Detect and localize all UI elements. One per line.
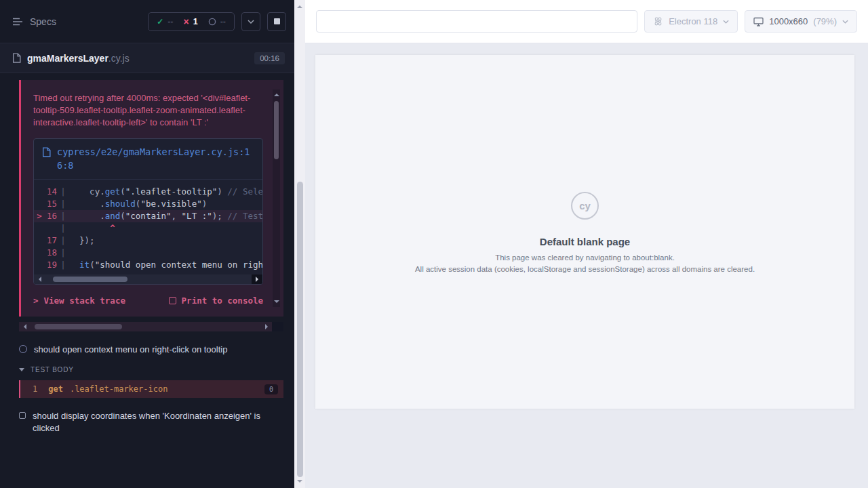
reporter-horizontal-scrollbar[interactable] <box>19 322 283 331</box>
console-icon <box>169 297 176 304</box>
runner-panel: Electron 118 1000x660 (79%) cy <box>305 0 868 488</box>
spec-duration: 00:16 <box>254 52 285 64</box>
aut-stage: cy Default blank page This page was clea… <box>305 43 868 488</box>
scroll-right-icon[interactable] <box>261 322 272 331</box>
chevron-down-icon <box>842 20 848 24</box>
test-title: should display coordinates when 'Koordin… <box>33 410 270 434</box>
code-frame-file-path: cypress/e2e/gmaMarkersLayer.cy.js:16:8 <box>57 146 254 172</box>
chevron-right-icon: > <box>33 296 39 306</box>
print-to-console-link[interactable]: Print to console <box>169 296 263 306</box>
square-icon <box>19 412 26 419</box>
pending-icon <box>208 18 216 26</box>
scroll-left-icon[interactable] <box>19 322 30 331</box>
viewport-size: 1000x660 <box>769 16 808 26</box>
spinner-icon <box>19 345 27 353</box>
passed-icon: ✓ <box>157 17 163 26</box>
error-message: Timed out retrying after 4000ms: expecte… <box>33 92 260 129</box>
test-item-pending[interactable]: should display coordinates when 'Koordin… <box>0 410 294 434</box>
command-log-entry[interactable]: 1 get .leaflet-marker-icon 0 <box>19 380 283 398</box>
scroll-down-icon[interactable] <box>274 300 279 306</box>
reporter-panel-scrollbar[interactable] <box>294 0 305 488</box>
viewport-scale: (79%) <box>813 16 837 26</box>
app-root: Specs ✓ -- × 1 -- <box>0 0 868 488</box>
spec-name-base: gmaMarkersLayer <box>27 53 108 64</box>
scroll-up-icon[interactable] <box>274 91 279 96</box>
spec-name[interactable]: gmaMarkersLayer.cy.js <box>27 53 130 64</box>
scroll-up-icon[interactable] <box>297 3 302 8</box>
command-args: .leaflet-marker-icon <box>70 384 168 394</box>
code-line: 17| }); <box>34 235 262 247</box>
aut-header: Electron 118 1000x660 (79%) <box>305 0 868 43</box>
reporter-panel: Specs ✓ -- × 1 -- <box>0 0 294 488</box>
electron-browser-icon <box>653 16 663 26</box>
code-line: 18| <box>34 247 262 259</box>
spec-file-icon <box>12 53 21 63</box>
command-number: 1 <box>20 384 37 394</box>
stat-pending: -- <box>208 17 226 26</box>
pending-count: -- <box>220 17 226 26</box>
blank-page-message-2: All active session data (cookies, localS… <box>415 265 755 273</box>
reporter-hscroll-thumb[interactable] <box>35 324 123 329</box>
print-to-console-label: Print to console <box>182 296 263 306</box>
code-frame: cypress/e2e/gmaMarkersLayer.cy.js:16:8 1… <box>33 138 263 285</box>
spec-header: gmaMarkersLayer.cy.js 00:16 <box>0 43 294 73</box>
command-method: get <box>48 384 63 394</box>
failed-icon: × <box>184 18 189 26</box>
stop-icon <box>274 18 280 24</box>
stat-passed: ✓ -- <box>157 17 173 26</box>
test-body-section[interactable]: TEST BODY <box>0 366 294 373</box>
test-stats: ✓ -- × 1 -- <box>148 12 235 31</box>
browser-label: Electron 118 <box>669 16 717 26</box>
stat-failed: × 1 <box>184 17 198 26</box>
code-line: 14| cy.get(".leaflet-tooltip") // Sele <box>34 186 262 198</box>
scroll-right-icon[interactable] <box>252 274 262 284</box>
viewport-selector[interactable]: 1000x660 (79%) <box>745 10 857 33</box>
collapse-tests-button[interactable] <box>241 12 260 31</box>
scroll-left-icon[interactable] <box>34 274 45 284</box>
browser-selector[interactable]: Electron 118 <box>644 10 738 33</box>
url-input[interactable] <box>316 10 637 33</box>
code-frame-file-link[interactable]: cypress/e2e/gmaMarkersLayer.cy.js:16:8 <box>34 139 262 180</box>
error-vertical-scrollbar[interactable] <box>273 89 280 307</box>
cypress-logo-text: cy <box>579 200 591 211</box>
specs-menu-icon[interactable] <box>12 17 23 26</box>
test-title: should open context menu on right-click … <box>34 344 227 356</box>
stop-button[interactable] <box>267 12 286 31</box>
failed-count: 1 <box>193 17 198 26</box>
error-panel: Timed out retrying after 4000ms: expecte… <box>19 80 283 317</box>
error-vscroll-thumb[interactable] <box>274 101 279 159</box>
code-lines: 14| cy.get(".leaflet-tooltip") // Sele15… <box>34 180 262 274</box>
reporter-scrollbar-thumb[interactable] <box>297 182 303 477</box>
blank-page-title: Default blank page <box>540 236 630 247</box>
reporter-body: Timed out retrying after 4000ms: expecte… <box>0 80 294 434</box>
scrollbar-corner <box>272 322 283 331</box>
viewport-icon <box>753 17 764 26</box>
chevron-down-icon <box>19 368 24 371</box>
test-item-running[interactable]: should open context menu on right-click … <box>0 344 294 356</box>
blank-page: cy Default blank page This page was clea… <box>315 55 854 409</box>
specs-label[interactable]: Specs <box>30 16 56 27</box>
test-body-label: TEST BODY <box>31 366 74 373</box>
passed-count: -- <box>167 17 173 26</box>
blank-page-message-1: This page was cleared by navigating to a… <box>495 253 675 262</box>
code-line: | ^ <box>34 222 262 235</box>
chevron-down-icon <box>723 20 729 24</box>
cypress-logo: cy <box>571 192 599 220</box>
scroll-down-icon[interactable] <box>297 480 302 485</box>
command-count-badge: 0 <box>264 384 278 394</box>
code-line: >16| .and("contain", "LT :"); // Test <box>34 210 262 222</box>
code-horizontal-scrollbar[interactable] <box>34 274 262 284</box>
error-links: > View stack trace Print to console <box>33 296 263 306</box>
code-line: 15| .should("be.visible") <box>34 198 262 210</box>
reporter-header: Specs ✓ -- × 1 -- <box>0 0 294 43</box>
code-line: 19| it("should open context menu on righ <box>34 259 262 271</box>
code-hscroll-track[interactable] <box>45 274 252 284</box>
view-stack-trace-link[interactable]: > View stack trace <box>33 296 125 306</box>
code-hscroll-thumb[interactable] <box>53 277 127 282</box>
spec-name-ext: .cy.js <box>108 53 130 64</box>
reporter-hscroll-track[interactable] <box>30 322 261 331</box>
view-stack-trace-label: View stack trace <box>44 296 125 306</box>
